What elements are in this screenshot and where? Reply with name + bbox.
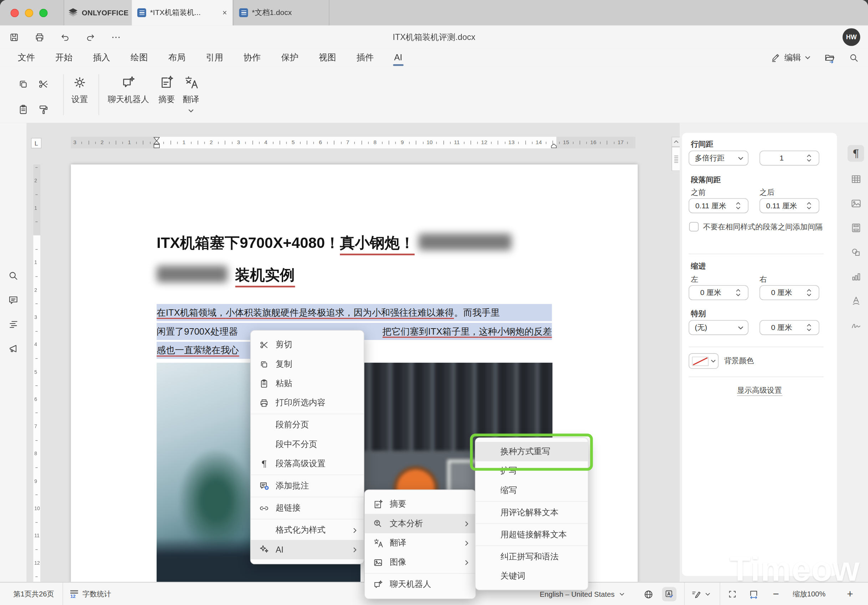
stepper-arrows-icon[interactable] bbox=[807, 289, 815, 296]
maximize-window-button[interactable] bbox=[39, 9, 47, 17]
menu-item-format-as-style[interactable]: 格式化为样式 bbox=[251, 520, 364, 540]
summary-button[interactable]: 摘要 bbox=[154, 75, 179, 104]
close-window-button[interactable] bbox=[10, 9, 19, 17]
signature-settings-icon[interactable] bbox=[848, 317, 865, 334]
stepper-arrows-icon[interactable] bbox=[807, 202, 815, 209]
fit-width-button[interactable] bbox=[749, 583, 759, 605]
comments-icon[interactable] bbox=[8, 295, 19, 306]
menu-item-keep-lines-together[interactable]: 段中不分页 bbox=[251, 435, 364, 454]
header-footer-settings-icon[interactable] bbox=[848, 219, 865, 236]
copy-icon[interactable] bbox=[18, 79, 29, 90]
menu-item-translate[interactable]: 翻译 bbox=[365, 533, 475, 552]
page-indicator[interactable]: 第1页共26页 bbox=[13, 583, 54, 605]
ruler-tick bbox=[191, 142, 192, 144]
shape-settings-icon[interactable] bbox=[848, 244, 865, 261]
menu-item-summary[interactable]: 摘要 bbox=[365, 495, 475, 513]
chatbot-button[interactable]: 聊天机器人 bbox=[105, 75, 152, 104]
feedback-icon[interactable] bbox=[8, 343, 19, 354]
menu-item-hyperlink[interactable]: 超链接 bbox=[251, 498, 364, 518]
menu-item-text-analysis[interactable]: 文本分析 bbox=[365, 514, 475, 533]
menu-item-add-comment[interactable]: 添加批注 bbox=[251, 476, 364, 495]
edit-mode-button[interactable]: 编辑 bbox=[770, 53, 811, 63]
close-tab-icon[interactable]: × bbox=[223, 9, 227, 17]
menu-item-explain-in-comment[interactable]: 用评论解释文本 bbox=[475, 503, 588, 522]
zoom-level[interactable]: 缩放100% bbox=[793, 583, 826, 605]
word-count-button[interactable]: 12 字数统计 bbox=[70, 583, 111, 605]
no-space-checkbox[interactable] bbox=[689, 222, 699, 231]
ribbon-tab-draw[interactable]: 绘图 bbox=[129, 52, 149, 64]
horizontal-ruler[interactable]: 3211234567891011121314151617 bbox=[71, 137, 636, 148]
indent-marker[interactable] bbox=[153, 137, 160, 148]
zoom-in-button[interactable]: + bbox=[847, 583, 853, 605]
special-indent-select[interactable]: (无) bbox=[689, 320, 749, 335]
avatar[interactable]: HW bbox=[843, 28, 860, 46]
menu-item-cut[interactable]: 剪切 bbox=[251, 335, 364, 354]
menu-item-image[interactable]: 图像 bbox=[365, 552, 475, 572]
menu-item-paragraph-advanced[interactable]: ¶ 段落高级设置 bbox=[251, 454, 364, 473]
search-icon[interactable] bbox=[849, 53, 859, 63]
stepper-arrows-icon[interactable] bbox=[807, 154, 815, 161]
menu-item-page-break-before[interactable]: 段前分页 bbox=[251, 415, 364, 434]
tab-onlyoffice-home[interactable]: ONLYOFFICE bbox=[64, 0, 132, 25]
menu-item-ai[interactable]: AI bbox=[251, 540, 364, 559]
ai-settings-button[interactable]: 设置 bbox=[65, 75, 94, 104]
search-icon[interactable] bbox=[8, 270, 19, 281]
menu-item-fix-spelling-grammar[interactable]: 纠正拼写和语法 bbox=[475, 547, 588, 566]
stepper-arrows-icon[interactable] bbox=[736, 202, 744, 209]
menu-item-copy[interactable]: 复制 bbox=[251, 354, 364, 374]
indent-right-stepper[interactable]: 0 厘米 bbox=[760, 285, 820, 300]
ribbon-tab-collaboration[interactable]: 协作 bbox=[242, 52, 262, 64]
ribbon-tab-view[interactable]: 视图 bbox=[318, 52, 337, 64]
right-indent-marker[interactable] bbox=[551, 143, 557, 148]
translate-button[interactable]: 翻译 bbox=[178, 75, 204, 112]
ruler-tick bbox=[389, 141, 389, 144]
chart-settings-icon[interactable] bbox=[848, 268, 865, 285]
tab-document-active[interactable]: *ITX机箱装机... × bbox=[132, 0, 232, 25]
stepper-arrows-icon[interactable] bbox=[807, 324, 815, 331]
ribbon-tab-home[interactable]: 开始 bbox=[54, 52, 73, 64]
cut-icon[interactable] bbox=[38, 79, 49, 90]
track-changes-button[interactable] bbox=[691, 583, 710, 605]
spacing-after-stepper[interactable]: 0.11 厘米 bbox=[760, 199, 820, 213]
document-heading-line1: ITX机箱塞下9700X+4080！真小钢炮！ bbox=[157, 233, 512, 253]
advanced-settings-link[interactable]: 显示高级设置 bbox=[682, 385, 837, 395]
spell-check-toggle[interactable] bbox=[662, 587, 676, 601]
ruler-tick bbox=[136, 142, 137, 144]
ribbon-tab-insert[interactable]: 插入 bbox=[92, 52, 111, 64]
ribbon-tab-protection[interactable]: 保护 bbox=[280, 52, 299, 64]
ribbon-tab-references[interactable]: 引用 bbox=[205, 52, 224, 64]
stepper-arrows-icon[interactable] bbox=[736, 289, 744, 296]
format-painter-icon[interactable] bbox=[38, 104, 49, 115]
text-art-settings-icon[interactable] bbox=[848, 293, 865, 309]
paragraph-settings-icon[interactable]: ¶ bbox=[848, 145, 865, 162]
paste-icon[interactable] bbox=[18, 104, 29, 115]
submenu-arrow-icon bbox=[465, 521, 468, 526]
minimize-window-button[interactable] bbox=[25, 9, 33, 17]
line-spacing-select[interactable]: 多倍行距 bbox=[689, 150, 749, 166]
spacing-before-stepper[interactable]: 0.11 厘米 bbox=[689, 199, 749, 213]
indent-left-stepper[interactable]: 0 厘米 bbox=[689, 285, 749, 300]
image-settings-icon[interactable] bbox=[848, 195, 865, 211]
menu-item-explain-in-hyperlink[interactable]: 用超链接解释文本 bbox=[475, 525, 588, 544]
table-settings-icon[interactable] bbox=[848, 171, 865, 187]
menu-item-paste[interactable]: 粘贴 bbox=[251, 374, 364, 393]
navigation-headings-icon[interactable] bbox=[8, 319, 19, 330]
menu-item-keywords[interactable]: 关键词 bbox=[475, 566, 588, 586]
open-file-location-button[interactable] bbox=[824, 52, 835, 64]
ribbon-tab-ai[interactable]: AI bbox=[393, 53, 403, 62]
line-spacing-multiplier-stepper[interactable]: 1 bbox=[760, 150, 820, 166]
menu-item-chatbot[interactable]: 聊天机器人 bbox=[365, 575, 475, 594]
vertical-ruler[interactable]: 21123456789101112 bbox=[33, 164, 40, 582]
special-indent-stepper[interactable]: 0 厘米 bbox=[760, 320, 820, 335]
menu-item-print-selection[interactable]: 打印所选内容 bbox=[251, 393, 364, 413]
tab-document-2[interactable]: *文档1.docx bbox=[233, 0, 330, 25]
menu-item-shorten[interactable]: 缩写 bbox=[475, 481, 588, 500]
zoom-out-button[interactable]: − bbox=[773, 583, 779, 605]
ribbon-tab-file[interactable]: 文件 bbox=[17, 52, 36, 64]
fit-page-button[interactable] bbox=[727, 583, 738, 605]
ribbon-tab-layout[interactable]: 布局 bbox=[167, 52, 186, 64]
tab-stop-selector[interactable]: L bbox=[31, 138, 41, 148]
ribbon-tab-plugins[interactable]: 插件 bbox=[355, 52, 375, 64]
background-color-picker[interactable] bbox=[689, 353, 719, 369]
set-document-language-button[interactable] bbox=[643, 583, 654, 605]
